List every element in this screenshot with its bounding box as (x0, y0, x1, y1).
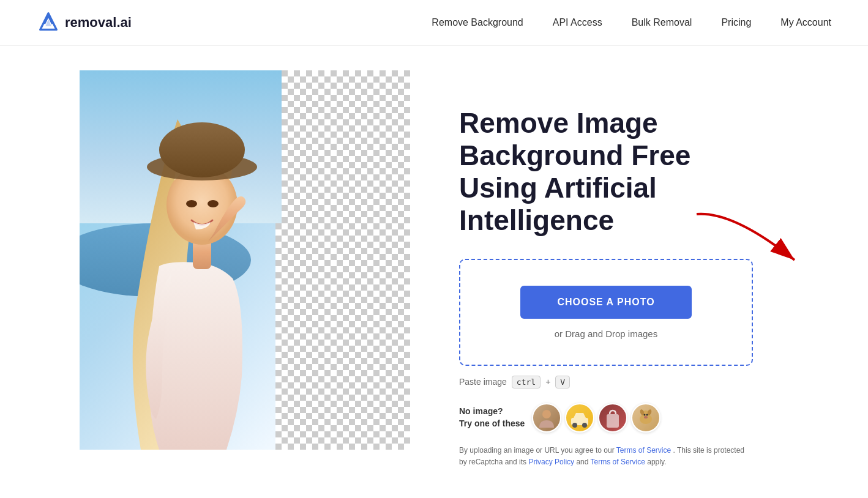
hero-image-container (80, 70, 410, 450)
drag-drop-text: or Drag and Drop images (479, 329, 733, 339)
logo[interactable]: removal.ai (37, 11, 132, 34)
no-image-text: No image? Try one of these (459, 406, 525, 429)
svg-point-21 (644, 416, 648, 418)
red-arrow (684, 205, 856, 284)
right-section: Remove Image Background Free Using Artif… (410, 70, 831, 468)
terms-of-service-link2[interactable]: Terms of Service (591, 458, 645, 466)
paste-image-row: Paste image ctrl + V (459, 376, 831, 388)
svg-point-8 (208, 200, 219, 207)
svg-point-19 (644, 414, 646, 415)
no-image-line1: No image? (459, 406, 503, 416)
paste-label: Paste image (459, 377, 507, 387)
terms-text: By uploading an image or URL you agree t… (459, 445, 753, 468)
header: removal.ai Remove Background API Access … (0, 0, 868, 46)
privacy-policy-link[interactable]: Privacy Policy (528, 458, 574, 466)
ctrl-key: ctrl (512, 376, 541, 388)
terms-prefix: By uploading an image or URL you agree t… (459, 446, 616, 455)
hero-image-section (80, 70, 410, 450)
main-nav: Remove Background API Access Bulk Remova… (432, 17, 831, 28)
svg-point-20 (646, 414, 648, 415)
sample-dog[interactable] (631, 403, 660, 433)
svg-point-7 (186, 200, 197, 207)
logo-text: removal.ai (65, 15, 132, 31)
svg-point-13 (582, 423, 587, 428)
nav-pricing[interactable]: Pricing (721, 17, 751, 28)
nav-api-access[interactable]: API Access (553, 17, 602, 28)
svg-point-12 (572, 423, 577, 428)
no-image-line2: Try one of these (459, 418, 525, 428)
logo-icon (37, 11, 60, 34)
nav-remove-background[interactable]: Remove Background (432, 17, 523, 28)
svg-point-10 (542, 410, 551, 418)
svg-point-6 (159, 122, 245, 177)
sample-bag[interactable] (598, 403, 627, 433)
choose-photo-button[interactable]: CHOOSE A PHOTO (520, 286, 691, 319)
sample-car[interactable] (565, 403, 594, 433)
upload-box[interactable]: CHOOSE A PHOTO or Drag and Drop images (459, 259, 753, 366)
terms-and: and (574, 458, 590, 466)
svg-rect-14 (607, 414, 619, 428)
nav-bulk-removal[interactable]: Bulk Removal (632, 17, 692, 28)
plus-icon: + (545, 377, 550, 387)
hero-woman-svg (80, 70, 410, 450)
terms-suffix: apply. (645, 458, 666, 466)
sample-images (532, 403, 660, 433)
terms-of-service-link[interactable]: Terms of Service (616, 446, 671, 455)
no-image-row: No image? Try one of these (459, 403, 831, 433)
v-key: V (555, 376, 570, 388)
nav-my-account[interactable]: My Account (780, 17, 831, 28)
sample-person[interactable] (532, 403, 561, 433)
main-content: Remove Image Background Free Using Artif… (0, 46, 868, 492)
